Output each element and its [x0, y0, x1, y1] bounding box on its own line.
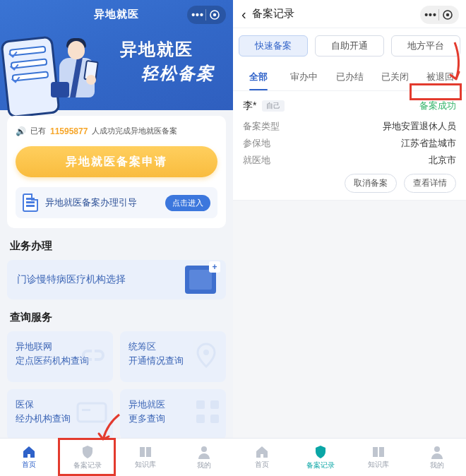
guide-text: 异地就医备案办理引导 [45, 196, 158, 209]
main-card: 🔊 已有 11595877 人成功完成异地就医备案 异地就医备案申请 异地就医备… [7, 116, 226, 228]
kv-insure: 参保地江苏省盐城市 [243, 138, 456, 150]
record-head: 李* 自己 备案成功 [243, 100, 456, 112]
records-title: 备案记录 [252, 7, 294, 20]
tab-home[interactable]: 首页 [233, 439, 292, 476]
hero-illustration [0, 32, 113, 110]
screen-home: 异地就医 ••• 异地就医 轻松备案 🔊 已有 11595877 人成功完成异地… [0, 0, 233, 476]
records-header: ‹ 备案记录 ••• [233, 0, 466, 28]
tile-clinic-select[interactable]: 门诊慢特病医疗机构选择 [7, 260, 226, 299]
svg-point-1 [213, 13, 216, 16]
kv-med: 就医地北京市 [243, 155, 456, 167]
tab-mine[interactable]: 我的 [175, 439, 234, 476]
tab-records[interactable]: 备案记录 [59, 439, 117, 476]
svg-rect-3 [78, 403, 106, 422]
location-pin-icon [191, 340, 222, 371]
bottom-tabbar-right: 首页 备案记录 知识库 我的 [233, 438, 466, 476]
filter-tab-all[interactable]: 全部 [236, 65, 281, 90]
user-icon [198, 445, 210, 459]
shield-icon [81, 445, 94, 459]
section-title-query: 查询服务 [10, 311, 223, 324]
close-miniprogram-icon[interactable] [206, 9, 223, 20]
link-icon [78, 340, 109, 371]
apply-button-label: 异地就医备案申请 [66, 155, 167, 169]
enter-button[interactable]: 点击进入 [165, 195, 210, 211]
apply-button[interactable]: 异地就医备案申请 [16, 146, 217, 177]
record-name-group: 李* 自己 [243, 100, 285, 112]
records-empty-area [233, 201, 466, 476]
svg-point-12 [434, 446, 440, 452]
segment-quick[interactable]: 快速备案 [239, 35, 308, 56]
tile-agency-query[interactable]: 医保经办机构查询 [7, 389, 113, 440]
segment-row: 快速备案 自助开通 地方平台 [233, 28, 466, 61]
record-name: 李* [243, 100, 256, 112]
svg-rect-5 [196, 400, 205, 409]
home-icon [255, 446, 269, 458]
svg-rect-7 [196, 415, 205, 423]
svg-rect-8 [210, 415, 219, 423]
page-title: 异地就医 [94, 8, 139, 21]
tile-more-query[interactable]: 异地就医更多查询 [120, 389, 226, 440]
filter-tab-rejected[interactable]: 被退回 [418, 65, 463, 90]
cancel-record-button[interactable]: 取消备案 [345, 174, 397, 193]
user-icon [431, 445, 443, 459]
tab-knowledge[interactable]: 知识库 [350, 439, 408, 476]
tab-knowledge[interactable]: 知识库 [116, 439, 175, 476]
filter-tabs: 全部 审办中 已办结 已关闭 被退回 [233, 61, 466, 91]
view-detail-button[interactable]: 查看详情 [404, 174, 456, 193]
card-icon [75, 398, 109, 426]
record-actions: 取消备案 查看详情 [243, 174, 456, 193]
success-stat: 🔊 已有 11595877 人成功完成异地就医备案 [16, 126, 217, 136]
capsule-button[interactable]: ••• [420, 6, 459, 24]
hero-line1: 异地就医 [120, 38, 215, 61]
sound-icon: 🔊 [16, 126, 26, 136]
tab-records[interactable]: 备案记录 [292, 439, 350, 476]
hero-banner: 异地就医 ••• 异地就医 轻松备案 [0, 0, 233, 110]
segment-self[interactable]: 自助开通 [315, 35, 384, 56]
filter-tab-done[interactable]: 已办结 [327, 65, 372, 90]
bottom-tabbar-left: 首页 备案记录 知识库 我的 [0, 438, 233, 476]
close-miniprogram-icon[interactable] [439, 9, 456, 20]
record-status: 备案成功 [419, 100, 456, 112]
filter-tab-closed[interactable]: 已关闭 [372, 65, 417, 90]
tile-network-pharmacy[interactable]: 异地联网定点医药机构查询 [7, 331, 113, 382]
query-grid: 异地联网定点医药机构查询 统筹区开通情况查询 医保经办机构查询 异地就医更多查询 [7, 331, 226, 440]
record-card: 李* 自己 备案成功 备案类型异地安置退休人员 参保地江苏省盐城市 就医地北京市… [233, 91, 466, 201]
book-icon [138, 446, 153, 458]
more-icon[interactable]: ••• [423, 13, 438, 18]
mini-program-header: 异地就医 ••• [0, 0, 233, 28]
tile-region-status[interactable]: 统筹区开通情况查询 [120, 331, 226, 382]
back-icon[interactable]: ‹ [241, 7, 246, 21]
more-icon[interactable]: ••• [190, 13, 205, 18]
hero-line2: 轻松备案 [120, 62, 215, 85]
svg-rect-4 [82, 409, 90, 411]
section-title-biz: 业务办理 [10, 239, 223, 253]
tab-mine[interactable]: 我的 [408, 439, 467, 476]
home-icon [22, 446, 36, 458]
grid-icon [193, 398, 222, 426]
tab-home[interactable]: 首页 [0, 439, 59, 476]
shield-icon [314, 445, 327, 459]
book-icon [371, 446, 386, 458]
screen-records: ‹ 备案记录 ••• 快速备案 自助开通 地方平台 全部 审办中 已办结 已关闭… [233, 0, 466, 476]
hospital-icon [185, 266, 216, 294]
svg-point-11 [446, 13, 449, 16]
segment-local[interactable]: 地方平台 [391, 35, 460, 56]
svg-point-2 [203, 350, 209, 355]
tile-clinic-label: 门诊慢特病医疗机构选择 [17, 273, 126, 286]
svg-rect-6 [210, 400, 219, 409]
guide-row[interactable]: 异地就医备案办理引导 点击进入 [16, 187, 217, 218]
svg-point-9 [201, 446, 207, 452]
stat-prefix: 已有 [30, 126, 46, 136]
hero-slogan: 异地就医 轻松备案 [120, 38, 215, 85]
self-tag: 自己 [262, 100, 285, 112]
stat-number: 11595877 [50, 126, 88, 136]
stat-suffix: 人成功完成异地就医备案 [92, 126, 177, 136]
kv-type: 备案类型异地安置退休人员 [243, 121, 456, 133]
document-icon [23, 194, 38, 212]
filter-tab-processing[interactable]: 审办中 [281, 65, 326, 90]
capsule-button[interactable]: ••• [187, 6, 226, 24]
